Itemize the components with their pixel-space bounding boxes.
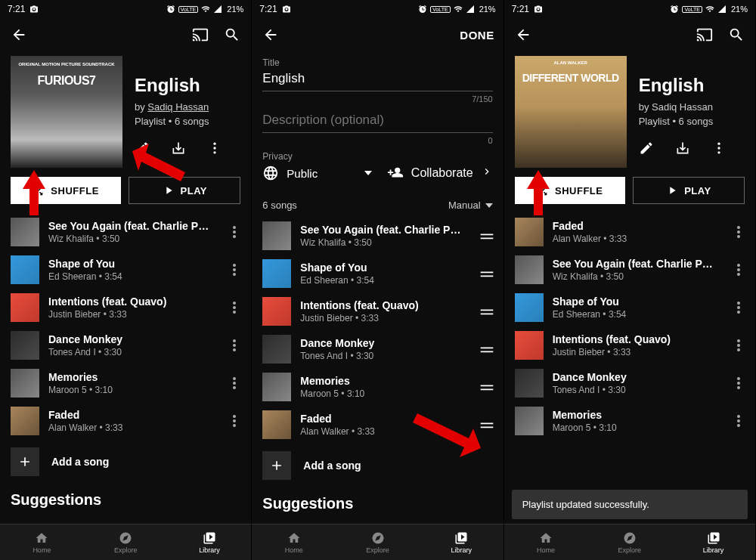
privacy-label: Privacy (262, 151, 492, 162)
drag-handle[interactable] (475, 345, 499, 354)
sort-dropdown[interactable]: Manual (448, 200, 493, 211)
song-row[interactable]: MemoriesMaroon 5 • 3:10 (0, 364, 251, 402)
nav-home[interactable]: Home (504, 524, 588, 560)
song-more-button[interactable] (727, 226, 751, 238)
edit-button[interactable] (135, 141, 150, 156)
song-title: Intentions (feat. Quavo) (48, 295, 213, 308)
song-row[interactable]: Shape of YouEd Sheeran • 3:54 (504, 289, 755, 326)
play-button[interactable]: PLAY (129, 177, 240, 204)
svg-point-14 (233, 344, 236, 347)
description-input[interactable] (262, 110, 492, 133)
back-button[interactable] (513, 25, 533, 45)
privacy-dropdown[interactable]: Public (262, 165, 372, 181)
song-row[interactable]: See You Again (feat. Charlie Puth)Wiz Kh… (504, 251, 755, 289)
search-button[interactable] (222, 25, 242, 45)
song-row[interactable]: Intentions (feat. Quavo)Justin Bieber • … (252, 292, 503, 330)
wifi-icon (705, 5, 714, 14)
collaborate-button[interactable]: Collaborate (387, 165, 493, 181)
song-row[interactable]: See You Again (feat. Charlie Puth)Wiz Kh… (0, 213, 251, 251)
song-more-button[interactable] (222, 264, 246, 276)
song-more-button[interactable] (222, 339, 246, 351)
song-count: 6 songs (262, 200, 297, 211)
drag-handle[interactable] (475, 269, 499, 278)
svg-point-13 (233, 339, 236, 342)
playlist-cover[interactable]: ALAN WALKER DIFFERENT WORLD (515, 56, 627, 168)
song-row[interactable]: Shape of YouEd Sheeran • 3:54 (0, 251, 251, 289)
title-input[interactable] (262, 68, 492, 91)
playlist-cover[interactable]: ORIGINAL MOTION PICTURE SOUNDTRACK FURIO… (11, 56, 122, 168)
song-row[interactable]: Dance MonkeyTones And I • 3:30 (252, 330, 503, 368)
cover-title: FURIOUS7 (17, 74, 116, 88)
song-row[interactable]: Dance MonkeyTones And I • 3:30 (0, 326, 251, 364)
nav-explore[interactable]: Explore (84, 524, 168, 560)
author-link[interactable]: Sadiq Hassan (147, 101, 209, 113)
sort-row: 6 songs Manual (252, 187, 503, 217)
svg-point-17 (233, 382, 236, 385)
song-row[interactable]: Shape of YouEd Sheeran • 3:54 (252, 255, 503, 292)
status-time: 7:21 (259, 4, 277, 14)
song-more-button[interactable] (222, 302, 246, 314)
done-button[interactable]: DONE (460, 29, 494, 42)
svg-point-23 (737, 230, 740, 234)
svg-point-28 (737, 302, 740, 305)
svg-point-31 (737, 339, 740, 342)
song-row[interactable]: See You Again (feat. Charlie Puth)Wiz Kh… (252, 217, 503, 255)
drag-handle[interactable] (475, 420, 499, 429)
song-more-button[interactable] (727, 339, 751, 351)
nav-library[interactable]: Library (420, 524, 503, 560)
download-button[interactable] (675, 141, 690, 156)
add-song-row[interactable]: Add a song (0, 440, 251, 488)
search-button[interactable] (727, 25, 746, 45)
shuffle-button[interactable]: SHUFFLE (11, 177, 121, 204)
song-row[interactable]: Intentions (feat. Quavo)Justin Bieber • … (504, 326, 755, 364)
svg-point-12 (233, 311, 236, 314)
song-more-button[interactable] (222, 377, 246, 389)
song-more-button[interactable] (222, 415, 246, 427)
song-title: Shape of You (553, 295, 717, 308)
back-button[interactable] (261, 25, 280, 45)
song-thumbnail (262, 373, 291, 401)
shuffle-button[interactable]: SHUFFLE (515, 177, 625, 204)
nav-library[interactable]: Library (168, 524, 252, 560)
playlist-title: English (639, 76, 727, 95)
drag-handle[interactable] (475, 231, 499, 240)
song-thumbnail (515, 331, 544, 360)
song-more-button[interactable] (727, 264, 751, 276)
song-row[interactable]: Dance MonkeyTones And I • 3:30 (504, 364, 755, 402)
play-button[interactable]: PLAY (633, 177, 745, 204)
song-thumbnail (262, 221, 291, 250)
volte-badge: VoLTE (430, 6, 451, 13)
more-button[interactable] (207, 141, 222, 156)
drag-handle[interactable] (475, 382, 499, 391)
shuffle-icon (33, 184, 45, 196)
song-more-button[interactable] (727, 302, 751, 314)
nav-explore[interactable]: Explore (336, 524, 420, 560)
cast-button[interactable] (191, 25, 210, 45)
nav-library[interactable]: Library (671, 524, 755, 560)
song-row[interactable]: MemoriesMaroon 5 • 3:10 (504, 402, 755, 440)
more-button[interactable] (711, 141, 727, 156)
song-thumbnail (11, 369, 39, 398)
edit-button[interactable] (639, 141, 654, 156)
song-row[interactable]: FadedAlan Walker • 3:33 (252, 406, 503, 444)
song-subtitle: Ed Sheeran • 3:54 (48, 271, 213, 282)
song-more-button[interactable] (727, 377, 751, 389)
nav-explore[interactable]: Explore (587, 524, 671, 560)
song-row[interactable]: FadedAlan Walker • 3:33 (0, 402, 251, 440)
song-list: See You Again (feat. Charlie Puth)Wiz Kh… (0, 213, 251, 560)
toast: Playlist updated successfully. (512, 490, 748, 519)
drag-handle[interactable] (475, 307, 499, 316)
song-more-button[interactable] (222, 226, 246, 238)
cast-button[interactable] (695, 25, 714, 45)
nav-home[interactable]: Home (0, 524, 84, 560)
add-song-row[interactable]: Add a song (252, 444, 503, 492)
app-bar: DONE (252, 18, 503, 51)
song-row[interactable]: Intentions (feat. Quavo)Justin Bieber • … (0, 289, 251, 326)
song-row[interactable]: MemoriesMaroon 5 • 3:10 (252, 368, 503, 406)
svg-point-34 (737, 377, 740, 380)
song-row[interactable]: FadedAlan Walker • 3:33 (504, 213, 755, 251)
nav-home[interactable]: Home (252, 524, 336, 560)
back-button[interactable] (9, 25, 29, 45)
download-button[interactable] (171, 141, 186, 156)
song-more-button[interactable] (727, 415, 751, 427)
